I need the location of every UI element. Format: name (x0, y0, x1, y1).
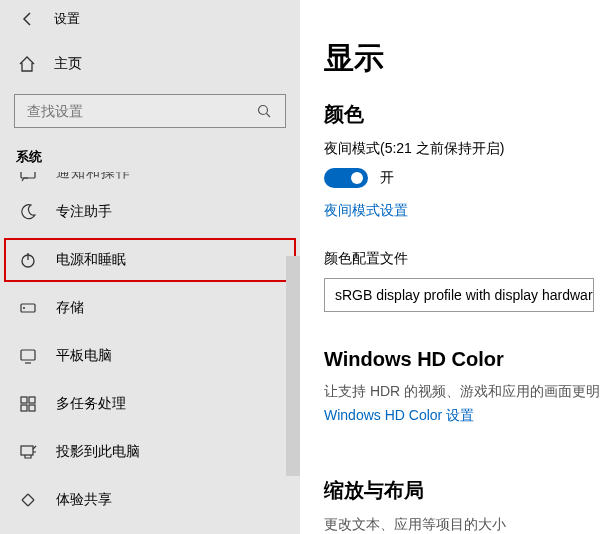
sidebar-item-label: 通知和操作 (56, 172, 131, 182)
main-content: 显示 颜色 夜间模式(5:21 之前保持开启) 开 夜间模式设置 颜色配置文件 … (300, 0, 600, 534)
nav-list: 通知和操作 专注助手 电源和睡眠 存储 (0, 172, 300, 534)
sidebar-item-label: 体验共享 (56, 491, 112, 509)
svg-rect-9 (21, 397, 27, 403)
svg-point-0 (259, 106, 268, 115)
section-heading-hd: Windows HD Color (324, 348, 600, 371)
sidebar-item-label: 电源和睡眠 (56, 251, 126, 269)
svg-rect-7 (21, 350, 35, 360)
svg-line-1 (267, 114, 271, 118)
dropdown-value: sRGB display profile with display hardwa… (335, 287, 594, 303)
arrow-left-icon (20, 11, 36, 27)
sidebar-item-label: 投影到此电脑 (56, 443, 140, 461)
notification-icon (18, 172, 38, 183)
sidebar-item-label: 平板电脑 (56, 347, 112, 365)
search-box[interactable] (14, 94, 286, 128)
section-heading-color: 颜色 (324, 101, 600, 128)
color-profile-label: 颜色配置文件 (324, 250, 600, 268)
sidebar-item-tablet[interactable]: 平板电脑 (0, 332, 300, 380)
window-title: 设置 (54, 10, 80, 28)
sidebar: 设置 主页 系统 通知和操作 (0, 0, 300, 534)
night-light-settings-link[interactable]: 夜间模式设置 (324, 202, 408, 220)
sidebar-item-label: 专注助手 (56, 203, 112, 221)
hd-description: 让支持 HDR 的视频、游戏和应用的画面更明亮 (324, 383, 600, 401)
share-icon (18, 490, 38, 510)
sidebar-item-notifications[interactable]: 通知和操作 (0, 172, 300, 188)
sidebar-item-label: 多任务处理 (56, 395, 126, 413)
svg-point-6 (23, 307, 25, 309)
moon-icon (18, 202, 38, 222)
scale-description: 更改文本、应用等项目的大小 (324, 516, 600, 534)
back-button[interactable] (12, 3, 44, 35)
sidebar-item-focus[interactable]: 专注助手 (0, 188, 300, 236)
project-icon (18, 442, 38, 462)
sidebar-item-share[interactable]: 体验共享 (0, 476, 300, 524)
home-label: 主页 (54, 55, 82, 73)
search-icon (257, 104, 275, 118)
night-light-toggle[interactable] (324, 168, 368, 188)
group-header-system: 系统 (0, 134, 300, 172)
svg-rect-12 (29, 405, 35, 411)
page-title: 显示 (324, 38, 600, 79)
sidebar-item-multitask[interactable]: 多任务处理 (0, 380, 300, 428)
home-icon (18, 55, 38, 73)
titlebar: 设置 (0, 0, 300, 38)
sidebar-item-power[interactable]: 电源和睡眠 (4, 238, 296, 282)
tablet-icon (18, 346, 38, 366)
svg-rect-11 (21, 405, 27, 411)
color-profile-dropdown[interactable]: sRGB display profile with display hardwa… (324, 278, 594, 312)
search-input[interactable] (25, 102, 257, 120)
sidebar-item-project[interactable]: 投影到此电脑 (0, 428, 300, 476)
storage-icon (18, 298, 38, 318)
scrollbar[interactable] (286, 256, 300, 476)
sidebar-item-home[interactable]: 主页 (0, 44, 300, 84)
toggle-knob (351, 172, 363, 184)
toggle-state-text: 开 (380, 169, 394, 187)
power-icon (18, 250, 38, 270)
hd-settings-link[interactable]: Windows HD Color 设置 (324, 407, 474, 425)
multitask-icon (18, 394, 38, 414)
svg-rect-13 (21, 446, 33, 455)
night-light-toggle-row: 开 (324, 168, 600, 188)
section-heading-scale: 缩放与布局 (324, 477, 600, 504)
night-light-label: 夜间模式(5:21 之前保持开启) (324, 140, 600, 158)
svg-rect-2 (21, 172, 35, 178)
svg-rect-10 (29, 397, 35, 403)
sidebar-item-storage[interactable]: 存储 (0, 284, 300, 332)
sidebar-item-label: 存储 (56, 299, 84, 317)
